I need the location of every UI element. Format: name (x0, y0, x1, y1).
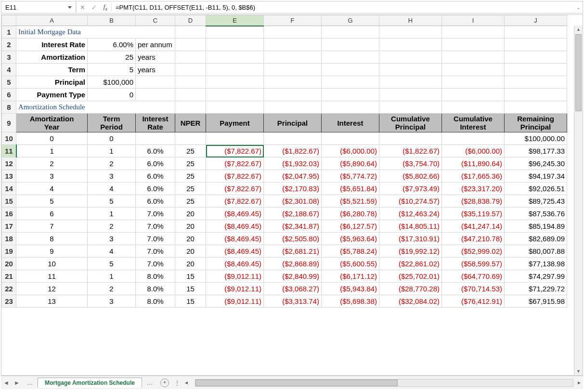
cell-cum-principal[interactable]: ($28,770.28) (379, 283, 442, 295)
sched-header-Interest[interactable]: CumulativeInterest (442, 114, 505, 132)
cell-principal[interactable]: ($2,188.67) (264, 208, 322, 220)
cell-nper[interactable]: 20 (175, 245, 206, 258)
col-header-E[interactable]: E (206, 15, 264, 26)
cell-remaining[interactable]: $89,725.43 (505, 195, 567, 208)
cell-interest[interactable]: ($5,651.84) (322, 183, 379, 195)
cell-interest[interactable]: ($5,943.84) (322, 283, 379, 295)
cell-interest[interactable]: ($6,127.57) (322, 220, 379, 233)
cell-interest[interactable]: ($5,963.64) (322, 233, 379, 245)
cell-cum-principal[interactable]: ($19,992.12) (379, 245, 442, 258)
cell[interactable] (442, 76, 505, 89)
cell[interactable] (175, 76, 206, 89)
row-header-16[interactable]: 16 (2, 208, 16, 220)
vertical-scrollbar[interactable]: ▲ ▼ (574, 26, 583, 375)
cell-rate[interactable]: 8.0% (136, 270, 175, 283)
cell-remaining[interactable]: $98,177.33 (505, 145, 567, 157)
cell[interactable] (505, 76, 567, 89)
cell[interactable] (206, 26, 264, 39)
cell-term[interactable]: 4 (88, 245, 136, 258)
cell[interactable] (505, 89, 567, 101)
formula-input[interactable]: =PMT(C11, D11, OFFSET(E11, -B11, 5), 0, … (112, 4, 574, 11)
cell-rate[interactable]: 8.0% (136, 283, 175, 295)
cell[interactable] (379, 39, 442, 51)
cell-interest[interactable]: ($6,000.00) (322, 145, 379, 157)
cell[interactable] (175, 64, 206, 76)
cell-cum-interest[interactable]: ($23,317.20) (442, 183, 505, 195)
cell-principal[interactable] (264, 132, 322, 145)
cell-year[interactable]: 2 (16, 157, 88, 170)
initial-label[interactable]: Payment Type (16, 89, 88, 101)
cell-nper[interactable]: 20 (175, 258, 206, 270)
sched-header-Rate[interactable]: InterestRate (136, 114, 175, 132)
cell[interactable] (175, 89, 206, 101)
cell[interactable] (206, 64, 264, 76)
vertical-scroll-thumb[interactable] (575, 34, 582, 111)
cell-remaining[interactable]: $77,138.98 (505, 258, 567, 270)
initial-unit[interactable] (136, 76, 175, 89)
cell-payment[interactable]: ($7,822.67) (206, 170, 264, 183)
cell-cum-principal[interactable]: ($14,805.11) (379, 220, 442, 233)
cell-cum-interest[interactable] (442, 132, 505, 145)
cell-rate[interactable]: 6.0% (136, 157, 175, 170)
cell[interactable] (264, 64, 322, 76)
cell-principal[interactable]: ($1,932.03) (264, 157, 322, 170)
cell-term[interactable]: 5 (88, 195, 136, 208)
cell[interactable] (379, 101, 442, 114)
cell-payment[interactable]: ($8,469.45) (206, 258, 264, 270)
sched-header-NPER[interactable]: NPER (175, 114, 206, 132)
cell-cum-principal[interactable]: ($7,973.49) (379, 183, 442, 195)
cell-year[interactable]: 10 (16, 258, 88, 270)
cell[interactable] (264, 39, 322, 51)
cell-remaining[interactable]: $92,026.51 (505, 183, 567, 195)
accept-formula-button[interactable]: ✓ (88, 1, 100, 13)
sched-header-Principal[interactable]: CumulativePrincipal (379, 114, 442, 132)
cell-cum-principal[interactable]: ($1,822.67) (379, 145, 442, 157)
tab-nav-more[interactable]: … (22, 379, 38, 386)
cell-cum-interest[interactable]: ($58,599.57) (442, 258, 505, 270)
cell-payment[interactable]: ($9,012.11) (206, 283, 264, 295)
cell-interest[interactable]: ($6,171.12) (322, 270, 379, 283)
cell-nper[interactable]: 15 (175, 270, 206, 283)
row-header-1[interactable]: 1 (2, 26, 16, 39)
cell-principal[interactable]: ($2,840.99) (264, 270, 322, 283)
row-header-20[interactable]: 20 (2, 258, 16, 270)
cell-year[interactable]: 8 (16, 233, 88, 245)
col-header-F[interactable]: F (264, 15, 322, 26)
cell-nper[interactable]: 15 (175, 295, 206, 308)
row-header-9[interactable]: 9 (2, 114, 16, 132)
cell-cum-interest[interactable]: ($70,714.53) (442, 283, 505, 295)
cell-rate[interactable]: 6.0% (136, 145, 175, 157)
cell-principal[interactable]: ($2,047.95) (264, 170, 322, 183)
tab-overflow[interactable]: … (142, 379, 157, 386)
row-header-6[interactable]: 6 (2, 89, 16, 101)
row-header-23[interactable]: 23 (2, 295, 16, 308)
cell[interactable] (264, 76, 322, 89)
cell[interactable] (379, 51, 442, 64)
cell-year[interactable]: 5 (16, 195, 88, 208)
col-header-H[interactable]: H (379, 15, 442, 26)
cell-principal[interactable]: ($2,505.80) (264, 233, 322, 245)
row-header-21[interactable]: 21 (2, 270, 16, 283)
cell-principal[interactable]: ($2,868.89) (264, 258, 322, 270)
cell-nper[interactable]: 20 (175, 220, 206, 233)
cell-remaining[interactable]: $100,000.00 (505, 132, 567, 145)
cell-cum-principal[interactable]: ($12,463.24) (379, 208, 442, 220)
initial-unit[interactable]: years (136, 64, 175, 76)
cell-term[interactable]: 2 (88, 157, 136, 170)
initial-label[interactable]: Interest Rate (16, 39, 88, 51)
cell-rate[interactable]: 8.0% (136, 295, 175, 308)
cell-year[interactable]: 4 (16, 183, 88, 195)
cell-payment[interactable]: ($7,822.67) (206, 145, 264, 157)
cell[interactable] (322, 64, 379, 76)
cell[interactable] (264, 26, 322, 39)
row-header-14[interactable]: 14 (2, 183, 16, 195)
col-header-C[interactable]: C (136, 15, 175, 26)
cell-payment[interactable]: ($7,822.67) (206, 157, 264, 170)
row-header-10[interactable]: 10 (2, 132, 16, 145)
initial-value[interactable]: 5 (88, 64, 136, 76)
cell-term[interactable]: 5 (88, 258, 136, 270)
cell-term[interactable]: 3 (88, 295, 136, 308)
cell-remaining[interactable]: $71,229.72 (505, 283, 567, 295)
cell[interactable] (322, 89, 379, 101)
cell-year[interactable]: 9 (16, 245, 88, 258)
